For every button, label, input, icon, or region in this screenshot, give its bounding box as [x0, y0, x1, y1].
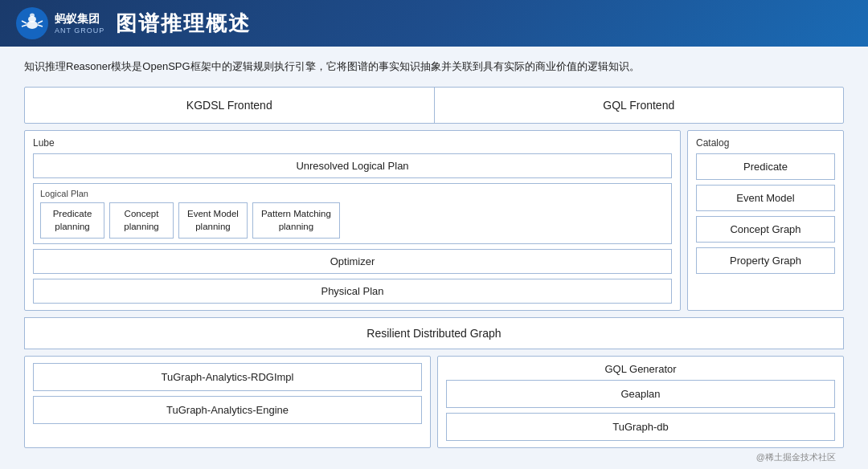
pattern-matching-planning: Pattern Matchingplanning	[252, 202, 340, 239]
tugraph-engine: TuGraph-Analytics-Engine	[33, 396, 422, 424]
catalog-label: Catalog	[696, 137, 835, 149]
footer-text: @稀土掘金技术社区	[24, 448, 844, 465]
svg-point-3	[30, 14, 35, 18]
gql-generator-label: GQL Generator	[446, 363, 835, 375]
gql-frontend-box: GQL Frontend	[435, 88, 844, 123]
page-title: 图谱推理概述	[116, 10, 251, 38]
ant-group-logo-icon	[16, 7, 48, 39]
description-text: 知识推理Reasoner模块是OpenSPG框架中的逻辑规则执行引擎，它将图谱的…	[24, 58, 844, 75]
tugraph-rdgimpl: TuGraph-Analytics-RDGImpl	[33, 363, 422, 391]
company-name: 蚂蚁集团	[55, 12, 104, 27]
event-model-item: Event Model	[696, 185, 835, 211]
lube-label: Lube	[33, 137, 672, 149]
header: 蚂蚁集团 ANT GROUP 图谱推理概述	[0, 0, 868, 47]
logical-plan-label: Logical Plan	[40, 189, 665, 198]
gql-generator-box: GQL Generator Geaplan TuGraph-db	[437, 356, 844, 448]
architecture-diagram: KGDSL Frontend GQL Frontend Lube Unresol…	[24, 87, 844, 448]
resilient-row: Resilient Distributed Graph	[24, 317, 844, 349]
tugraph-db-item: TuGraph-db	[446, 413, 835, 441]
lube-box: Lube Unresolved Logical Plan Logical Pla…	[24, 130, 681, 311]
predicate-item: Predicate	[696, 153, 835, 180]
concept-graph-item: Concept Graph	[696, 216, 835, 243]
unresolved-logical-plan: Unresolved Logical Plan	[33, 153, 672, 178]
content-area: 知识推理Reasoner模块是OpenSPG框架中的逻辑规则执行引擎，它将图谱的…	[0, 47, 868, 469]
planning-items: Predicateplanning Conceptplanning Event …	[40, 202, 665, 239]
optimizer-box: Optimizer	[33, 249, 672, 274]
tugraph-box: TuGraph-Analytics-RDGImpl TuGraph-Analyt…	[24, 356, 431, 448]
ant-logo: 蚂蚁集团 ANT GROUP	[16, 7, 104, 39]
bottom-row: TuGraph-Analytics-RDGImpl TuGraph-Analyt…	[24, 356, 844, 448]
middle-row: Lube Unresolved Logical Plan Logical Pla…	[24, 130, 844, 311]
kgdsl-frontend-box: KGDSL Frontend	[25, 88, 435, 123]
property-graph-item: Property Graph	[696, 247, 835, 274]
catalog-box: Catalog Predicate Event Model Concept Gr…	[687, 130, 844, 311]
logical-plan-box: Logical Plan Predicateplanning Conceptpl…	[33, 183, 672, 244]
event-model-planning: Event Modelplanning	[178, 202, 248, 239]
concept-planning: Conceptplanning	[109, 202, 174, 239]
geaplan-item: Geaplan	[446, 380, 835, 408]
predicate-planning: Predicateplanning	[40, 202, 104, 239]
physical-plan-box: Physical Plan	[33, 279, 672, 304]
company-sub: ANT GROUP	[55, 27, 104, 35]
frontend-row: KGDSL Frontend GQL Frontend	[24, 87, 844, 124]
